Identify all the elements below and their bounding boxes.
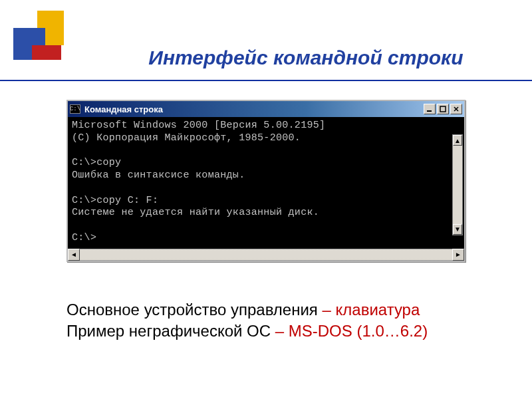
caption-line-2: Пример неграфической ОС – MS-DOS (1.0…6.…	[66, 321, 479, 342]
caption-2-black: Пример неграфической ОС	[66, 322, 275, 340]
svg-rect-0	[427, 110, 432, 112]
caption-1-black: Основное устройство управления	[66, 301, 323, 319]
decoration-squares	[7, 11, 86, 84]
scroll-left-button[interactable]: ◄	[68, 249, 80, 261]
titlebar[interactable]: C:\ Командная строка	[68, 101, 464, 117]
cmd-icon: C:\	[70, 104, 80, 114]
title-divider	[0, 80, 532, 81]
minimize-button[interactable]	[424, 104, 436, 114]
scroll-down-button[interactable]: ▼	[453, 224, 462, 235]
close-icon	[453, 106, 460, 112]
scrollbar-vertical[interactable]: ▲ ▼	[452, 134, 463, 235]
scrollbar-horizontal[interactable]: ◄ ►	[68, 249, 464, 261]
close-button[interactable]	[450, 104, 462, 114]
terminal-area: Microsoft Windows 2000 [Версия 5.00.2195…	[68, 117, 464, 249]
caption-line-1: Основное устройство управления – клавиат…	[66, 299, 479, 321]
scroll-up-button[interactable]: ▲	[453, 135, 462, 146]
scroll-track-vertical[interactable]	[453, 146, 462, 224]
svg-rect-1	[440, 106, 446, 112]
caption-1-red: – клавиатура	[323, 301, 420, 319]
scroll-right-button[interactable]: ►	[452, 249, 464, 261]
maximize-button[interactable]	[437, 104, 449, 114]
scroll-track-horizontal[interactable]	[80, 249, 452, 261]
slide-title: Интерфейс командной строки	[100, 47, 512, 69]
maximize-icon	[440, 106, 446, 112]
minimize-icon	[426, 106, 433, 112]
terminal-output[interactable]: Microsoft Windows 2000 [Версия 5.00.2195…	[68, 117, 452, 249]
window-controls	[424, 104, 462, 114]
console-window: C:\ Командная строка Microsoft Windows 2…	[66, 100, 466, 262]
caption-2-red: – MS-DOS (1.0…6.2)	[275, 322, 428, 340]
caption: Основное устройство управления – клавиат…	[66, 299, 479, 342]
deco-square-red	[32, 45, 61, 60]
window-title: Командная строка	[83, 104, 421, 114]
